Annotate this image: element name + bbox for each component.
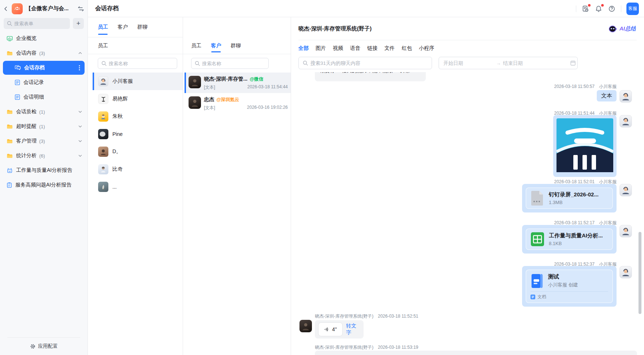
- avatar: [619, 184, 632, 196]
- chat-scrollbar[interactable]: [639, 232, 641, 314]
- conversation-search-box[interactable]: [191, 58, 269, 69]
- message-bubble-clipped[interactable]: 有没有 ai 相关的能力，能不能做 ai 训练: [315, 72, 426, 81]
- help-icon[interactable]: [608, 5, 616, 13]
- divider: [576, 5, 576, 12]
- form-search-box[interactable]: [4, 18, 70, 29]
- sidebar-item-conversation-record[interactable]: 会话记录: [0, 75, 88, 90]
- end-date-input[interactable]: [503, 60, 568, 66]
- arrow-right-icon: →: [496, 60, 501, 66]
- chat-search-input[interactable]: [310, 60, 428, 66]
- todo-icon[interactable]: [581, 5, 589, 13]
- message-bubble-clipped[interactable]: [315, 351, 637, 355]
- staff-row[interactable]: ...: [88, 178, 183, 196]
- tab-staff[interactable]: 员工: [191, 37, 201, 54]
- swap-icon[interactable]: [78, 6, 84, 11]
- staff-list: 小川客服 易艳辉 朱秋 Pine: [88, 73, 183, 196]
- item-count: (3): [39, 51, 45, 56]
- chat-panel: 晓杰-深圳-库存管理系统(野子) AI总结 全部 图片 视频 语音 链接 文件 …: [291, 17, 644, 355]
- filter-miniprogram[interactable]: 小程序: [419, 45, 434, 52]
- filter-image[interactable]: 图片: [316, 45, 326, 52]
- staff-row[interactable]: Pine: [88, 125, 183, 143]
- message-sender: 小川客服: [599, 220, 617, 225]
- sidebar-item-statistics[interactable]: 统计分析 (6): [0, 148, 88, 163]
- doc-tag-label: 文档: [537, 294, 546, 300]
- sidebar-item-conversation-archive[interactable]: 会话存档: [3, 61, 85, 75]
- file-message-card[interactable]: 钉钉录屏_2026-02... 1.3MB: [522, 184, 617, 212]
- filter-video[interactable]: 视频: [333, 45, 343, 52]
- file-info: 工作量与质量AI分析... 8.1KB: [549, 232, 603, 246]
- staff-row-selected[interactable]: 小川客服: [93, 73, 183, 90]
- chevron-up-icon[interactable]: [78, 51, 82, 55]
- app-config-button[interactable]: 应用配置: [0, 337, 88, 355]
- staff-search-input[interactable]: [109, 61, 174, 66]
- sidebar-item-conversation-content[interactable]: 会话内容 (3): [0, 46, 88, 60]
- date-range-picker[interactable]: →: [439, 57, 578, 69]
- filter-link[interactable]: 链接: [367, 45, 377, 52]
- conversation-source-tag: @微信: [250, 76, 263, 82]
- staff-row[interactable]: D。: [88, 143, 183, 160]
- chat-header: 晓杰-深圳-库存管理系统(野子) AI总结: [291, 17, 644, 40]
- sidebar-item-label: 会话存档: [24, 64, 45, 71]
- folder-icon: [7, 109, 13, 115]
- tab-group[interactable]: 群聊: [231, 37, 241, 54]
- staff-row[interactable]: 易艳辉: [88, 90, 183, 108]
- conversation-name: 晓杰-深圳-库存管...: [204, 76, 247, 82]
- message-bubble[interactable]: 文本: [597, 90, 617, 101]
- message-sender: 小川客服: [599, 179, 617, 184]
- doc-info: 测试 小川客服 创建: [548, 273, 578, 288]
- doc-message-card[interactable]: 测试 小川客服 创建 文档: [522, 266, 617, 307]
- chevron-down-icon[interactable]: [78, 139, 82, 143]
- user-avatar-badge[interactable]: 客服: [626, 3, 639, 15]
- filter-redpacket[interactable]: 红包: [402, 45, 412, 52]
- filter-voice[interactable]: 语音: [350, 45, 360, 52]
- chevron-down-icon[interactable]: [78, 154, 82, 158]
- staff-row[interactable]: 比奇: [88, 160, 183, 178]
- voice-to-text-button[interactable]: 转文字: [346, 323, 361, 336]
- avatar: [98, 76, 108, 86]
- doc-meta: 小川客服 创建: [548, 282, 578, 288]
- staff-panel: 员工 客户 群聊 员工 小川客服 易艳辉: [88, 17, 183, 355]
- message-image[interactable]: [553, 115, 617, 177]
- voice-play-button[interactable]: 4'': [318, 322, 343, 336]
- sidebar-item-faq-ai-report[interactable]: 服务高频问题AI分析报告: [0, 178, 88, 192]
- add-form-button[interactable]: +: [73, 18, 84, 29]
- bell-icon[interactable]: [595, 5, 603, 13]
- sidebar-item-overview[interactable]: 企业概览: [0, 31, 88, 46]
- start-date-input[interactable]: [443, 60, 494, 66]
- more-options-icon[interactable]: [79, 65, 80, 71]
- voice-message-bubble[interactable]: 4'' 转文字: [315, 320, 364, 339]
- staff-row[interactable]: 朱秋: [88, 108, 183, 125]
- sidebar-item-quality-check[interactable]: 会话质检 (1): [0, 104, 88, 119]
- conversation-search-input[interactable]: [202, 61, 265, 66]
- gear-icon: [30, 344, 36, 349]
- chevron-down-icon[interactable]: [78, 124, 82, 129]
- tab-customer[interactable]: 客户: [211, 37, 221, 54]
- sidebar-item-label: 工作量与质量AI分析报告: [16, 167, 72, 174]
- doc-icon: [531, 274, 544, 288]
- sidebar-item-customer-management[interactable]: 客户管理 (3): [0, 134, 88, 148]
- conversation-row[interactable]: 忠杰 @深圳氚云 [文本] 2026-03-16 19:02:26: [183, 93, 291, 114]
- avatar: [189, 76, 201, 88]
- ai-summary-label: AI总结: [619, 25, 636, 32]
- doc-tag-icon: [531, 295, 535, 299]
- message-sender: 晓杰-深圳-库存管理系统(野子): [315, 314, 373, 319]
- sidebar-item-conversation-detail[interactable]: 会话明细: [0, 90, 88, 104]
- message-time: 2026-03-18 11:50:57: [554, 84, 595, 89]
- sidebar-item-label: 会话内容: [16, 50, 37, 56]
- back-icon[interactable]: [3, 6, 9, 12]
- filter-all[interactable]: 全部: [298, 45, 309, 52]
- tab-customer[interactable]: 客户: [118, 17, 128, 37]
- conversation-row-selected[interactable]: 晓杰-深圳-库存管... @微信 [文本] 2026-03-18 11:54:4…: [185, 73, 291, 93]
- tab-group[interactable]: 群聊: [137, 17, 148, 37]
- tab-staff[interactable]: 员工: [98, 17, 108, 37]
- file-message-card[interactable]: 工作量与质量AI分析... 8.1KB: [522, 225, 617, 254]
- chat-search-box[interactable]: [298, 57, 432, 69]
- ai-summary-button[interactable]: AI总结: [608, 25, 636, 33]
- chevron-down-icon[interactable]: [78, 110, 82, 114]
- filter-file[interactable]: 文件: [384, 45, 395, 52]
- file-info: 钉钉录屏_2026-02... 1.3MB: [549, 191, 599, 205]
- sidebar-item-timeout-reminder[interactable]: 超时提醒 (1): [0, 119, 88, 134]
- form-search-input[interactable]: [14, 21, 67, 26]
- staff-search-box[interactable]: [98, 58, 177, 69]
- sidebar-item-workload-ai-report[interactable]: 工作量与质量AI分析报告: [0, 163, 88, 178]
